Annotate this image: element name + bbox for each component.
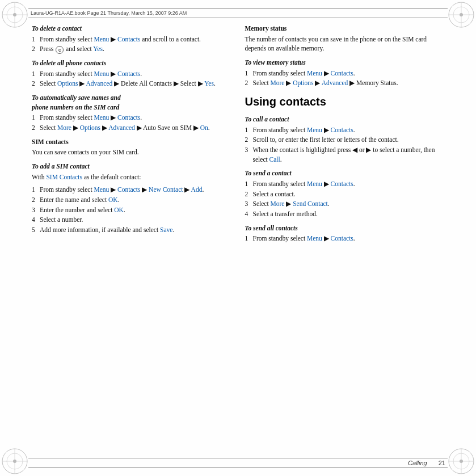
section-auto-save: To automatically save names andphone num… bbox=[32, 93, 231, 133]
section-title-add-sim: To add a SIM contact bbox=[32, 162, 231, 171]
section-title-call-contact: To call a contact bbox=[245, 115, 445, 124]
section-add-sim: To add a SIM contact With SIM Contacts a… bbox=[32, 162, 231, 235]
step-item: 1 From standby select Menu ▶ Contacts an… bbox=[32, 35, 231, 44]
step-item: 3 Enter the number and select OK. bbox=[32, 205, 231, 215]
step-item: 4 Select a transfer method. bbox=[245, 209, 445, 219]
step-item: 4 Select a number. bbox=[32, 215, 231, 225]
step-item: 1 From standby select Menu ▶ Contacts ▶ … bbox=[32, 185, 231, 195]
right-column: Memory status The number of contacts you… bbox=[245, 24, 445, 452]
section-send-contact: To send a contact 1 From standby select … bbox=[245, 169, 445, 218]
corner-bl-decoration bbox=[0, 446, 30, 476]
footer-word: Calling bbox=[408, 460, 427, 466]
footer-bar: Calling 21 bbox=[28, 458, 448, 468]
step-item: 1 From standby select Menu ▶ Contacts. bbox=[245, 125, 445, 135]
steps-add-sim: 1 From standby select Menu ▶ Contacts ▶ … bbox=[32, 185, 231, 234]
section-send-all-contacts: To send all contacts 1 From standby sele… bbox=[245, 224, 445, 243]
add-sim-intro: With SIM Contacts as the default contact… bbox=[32, 172, 231, 182]
sim-contacts-body: You can save contacts on your SIM card. bbox=[32, 148, 231, 157]
footer-page-number: 21 bbox=[439, 460, 445, 466]
section-sim-contacts: SIM contacts You can save contacts on yo… bbox=[32, 137, 231, 157]
step-item: 2 Select Options ▶ Advanced ▶ Delete All… bbox=[32, 79, 231, 89]
section-title-send-contact: To send a contact bbox=[245, 169, 445, 178]
section-title-delete-all: To delete all phone contacts bbox=[32, 58, 231, 68]
left-column: To delete a contact 1 From standby selec… bbox=[32, 24, 231, 452]
section-memory-status: Memory status The number of contacts you… bbox=[245, 24, 445, 53]
step-item: 3 When the contact is highlighted press … bbox=[245, 145, 445, 164]
section-using-contacts: Using contacts bbox=[245, 94, 445, 110]
step-item: 2 Press c and select Yes. bbox=[32, 44, 231, 54]
step-item: 3 Select More ▶ Send Contact. bbox=[245, 199, 445, 209]
svg-point-4 bbox=[13, 13, 16, 16]
steps-call-contact: 1 From standby select Menu ▶ Contacts. 2… bbox=[245, 125, 445, 165]
section-title-send-all-contacts: To send all contacts bbox=[245, 224, 445, 233]
memory-status-heading: Memory status bbox=[245, 24, 445, 33]
page: Laura-UG-R1A-AE.book Page 21 Thursday, M… bbox=[0, 0, 476, 476]
steps-view-memory: 1 From standby select Menu ▶ Contacts. 2… bbox=[245, 69, 445, 88]
section-delete-all: To delete all phone contacts 1 From stan… bbox=[32, 58, 231, 89]
corner-br-decoration bbox=[446, 446, 476, 476]
using-contacts-title: Using contacts bbox=[245, 94, 445, 110]
steps-delete-contact: 1 From standby select Menu ▶ Contacts an… bbox=[32, 35, 231, 54]
step-item: 2 Select a contact. bbox=[245, 189, 445, 199]
svg-point-14 bbox=[13, 460, 16, 463]
steps-auto-save: 1 From standby select Menu ▶ Contacts. 2… bbox=[32, 113, 231, 132]
step-item: 1 From standby select Menu ▶ Contacts. bbox=[245, 179, 445, 189]
section-view-memory: To view memory status 1 From standby sel… bbox=[245, 58, 445, 88]
c-key: c bbox=[56, 46, 64, 54]
svg-point-19 bbox=[460, 460, 463, 463]
step-item: 1 From standby select Menu ▶ Contacts. bbox=[245, 234, 445, 243]
step-item: 5 Add more information, if available and… bbox=[32, 225, 231, 235]
memory-status-body: The number of contacts you can save in t… bbox=[245, 35, 445, 53]
section-title-delete-contact: To delete a contact bbox=[32, 24, 231, 33]
step-item: 2 Select More ▶ Options ▶ Advanced ▶ Mem… bbox=[245, 78, 445, 88]
header-bar: Laura-UG-R1A-AE.book Page 21 Thursday, M… bbox=[28, 8, 448, 18]
steps-send-contact: 1 From standby select Menu ▶ Contacts. 2… bbox=[245, 179, 445, 219]
svg-point-9 bbox=[460, 13, 463, 16]
step-item: 2 Enter the name and select OK. bbox=[32, 195, 231, 205]
section-title-auto-save: To automatically save names andphone num… bbox=[32, 93, 231, 112]
sim-contacts-heading: SIM contacts bbox=[32, 137, 231, 147]
step-item: 1 From standby select Menu ▶ Contacts. bbox=[32, 113, 231, 123]
section-delete-contact: To delete a contact 1 From standby selec… bbox=[32, 24, 231, 54]
steps-delete-all: 1 From standby select Menu ▶ Contacts. 2… bbox=[32, 69, 231, 89]
step-item: 2 Select More ▶ Options ▶ Advanced ▶ Aut… bbox=[32, 123, 231, 133]
section-call-contact: To call a contact 1 From standby select … bbox=[245, 115, 445, 164]
step-item: 2 Scroll to, or enter the first letter o… bbox=[245, 135, 445, 145]
corner-tr-decoration bbox=[446, 0, 476, 30]
step-item: 1 From standby select Menu ▶ Contacts. bbox=[32, 69, 231, 79]
section-title-view-memory: To view memory status bbox=[245, 58, 445, 68]
steps-send-all-contacts: 1 From standby select Menu ▶ Contacts. bbox=[245, 234, 445, 243]
corner-tl-decoration bbox=[0, 0, 30, 30]
header-text: Laura-UG-R1A-AE.book Page 21 Thursday, M… bbox=[31, 10, 187, 16]
step-item: 1 From standby select Menu ▶ Contacts. bbox=[245, 69, 445, 78]
main-content: To delete a contact 1 From standby selec… bbox=[32, 24, 444, 452]
